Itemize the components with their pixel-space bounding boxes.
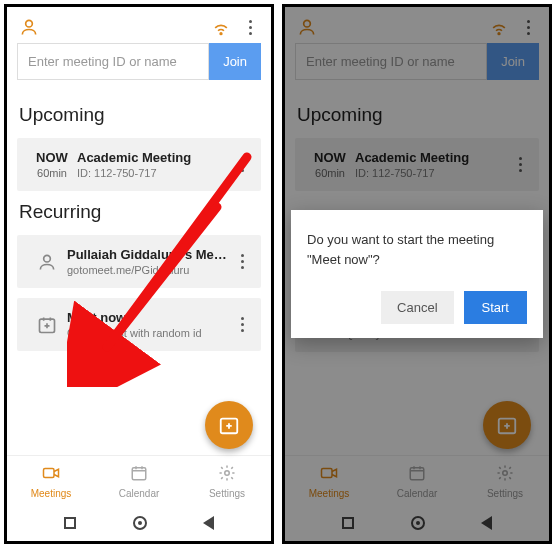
meeting-title: Academic Meeting (77, 150, 233, 165)
nav-calendar[interactable]: Calendar (95, 456, 183, 505)
meeting-id: ID: 112-750-717 (77, 167, 233, 179)
home-icon[interactable] (133, 516, 147, 530)
more-icon[interactable] (233, 317, 251, 332)
wifi-icon (211, 17, 231, 37)
now-badge: NOW (27, 150, 77, 165)
svg-rect-5 (44, 469, 55, 478)
meeting-title: Meet now (67, 310, 233, 325)
nav-label: Meetings (7, 488, 95, 499)
phone-right: Join Upcoming NOW 60min Academic Meeting… (282, 4, 552, 544)
top-bar (7, 7, 271, 43)
meeting-title: Pullaiah Giddaluru's Meeting (67, 247, 233, 262)
start-meeting-dialog: Do you want to start the meeting "Meet n… (291, 210, 543, 338)
svg-point-0 (26, 20, 33, 27)
recent-apps-icon[interactable] (64, 517, 76, 529)
nav-settings[interactable]: Settings (183, 456, 271, 505)
recurring-heading: Recurring (19, 201, 259, 223)
svg-point-1 (220, 33, 222, 35)
nav-label: Settings (183, 488, 271, 499)
person-icon (27, 252, 67, 272)
duration-label: 60min (27, 167, 77, 179)
start-button[interactable]: Start (464, 291, 527, 324)
new-meeting-fab[interactable] (205, 401, 253, 449)
meeting-id-input[interactable] (17, 43, 209, 80)
more-icon[interactable] (233, 254, 251, 269)
cancel-button[interactable]: Cancel (381, 291, 453, 324)
join-button[interactable]: Join (209, 43, 261, 80)
android-nav-bar (7, 505, 271, 541)
content-area: Upcoming NOW 60min Academic Meeting ID: … (7, 88, 271, 455)
calendar-plus-icon (27, 315, 67, 335)
overflow-menu-icon[interactable] (241, 20, 259, 35)
meeting-url: gotomeet.me/PGiddaluru (67, 264, 233, 276)
nav-meetings[interactable]: Meetings (7, 456, 95, 505)
phone-left: Join Upcoming NOW 60min Academic Meeting… (4, 4, 274, 544)
modal-overlay[interactable]: Do you want to start the meeting "Meet n… (285, 7, 549, 541)
recurring-meeting-card[interactable]: Pullaiah Giddaluru's Meeting gotomeet.me… (17, 235, 261, 288)
upcoming-meeting-card[interactable]: NOW 60min Academic Meeting ID: 112-750-7… (17, 138, 261, 191)
upcoming-heading: Upcoming (19, 104, 259, 126)
back-icon[interactable] (203, 516, 214, 530)
meeting-sub: Quickly host with random id (67, 327, 233, 339)
meet-now-card[interactable]: Meet now Quickly host with random id (17, 298, 261, 351)
more-icon[interactable] (233, 157, 251, 172)
nav-label: Calendar (95, 488, 183, 499)
svg-point-7 (225, 471, 230, 476)
bottom-nav: Meetings Calendar Settings (7, 455, 271, 505)
search-row: Join (7, 43, 271, 88)
svg-rect-6 (132, 468, 146, 480)
profile-icon[interactable] (19, 17, 39, 37)
svg-point-2 (44, 255, 51, 262)
dialog-message: Do you want to start the meeting "Meet n… (307, 230, 527, 269)
